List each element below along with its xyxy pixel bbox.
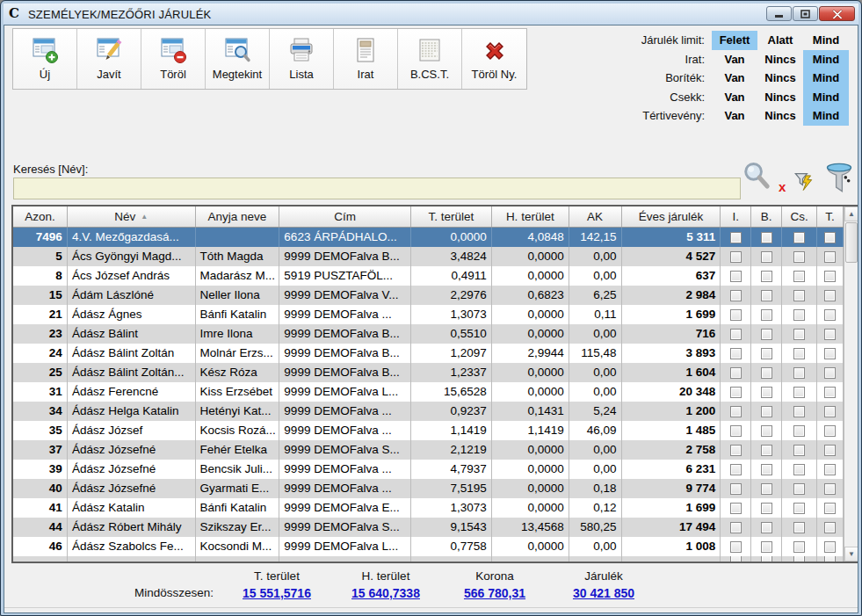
table-cell-ak[interactable]: 0,00 — [569, 363, 622, 382]
table-cell-t_ter[interactable]: 1,1419 — [411, 421, 492, 440]
row-checkbox-cs[interactable] — [782, 479, 817, 498]
row-checkbox-i[interactable] — [721, 266, 751, 286]
checkbox-icon[interactable] — [793, 271, 805, 282]
checkbox-icon[interactable] — [730, 503, 742, 514]
filter-option-nincs[interactable]: Nincs — [757, 88, 803, 107]
checkbox-icon[interactable] — [824, 232, 836, 243]
row-checkbox-b[interactable] — [751, 382, 782, 402]
toolbar-button-megtekint[interactable]: Megtekint — [206, 29, 270, 89]
table-cell-ak[interactable]: 0,00 — [569, 266, 622, 286]
table-cell-t_ter[interactable]: 0,5510 — [411, 324, 492, 344]
table-cell-cim[interactable]: 9999 DEMOFalva B... — [279, 363, 411, 382]
table-cell-cim[interactable]: 9999 DEMOFalva B... — [279, 324, 411, 344]
table-cell-azon[interactable]: 34 — [13, 402, 68, 421]
toolbar-button--j[interactable]: Új — [13, 29, 77, 89]
checkbox-icon[interactable] — [761, 556, 772, 562]
row-checkbox-b[interactable] — [751, 266, 782, 286]
row-checkbox-t[interactable] — [817, 228, 844, 247]
row-checkbox-cs[interactable] — [782, 344, 817, 363]
checkbox-icon[interactable] — [793, 309, 805, 321]
column-header-t_ter[interactable]: T. terület — [411, 207, 492, 227]
table-row[interactable]: 21Ádász ÁgnesBánfi Katalin9999 DEMOFalva… — [13, 305, 844, 324]
table-cell-nev[interactable]: Ádász Bálint Zoltán — [68, 344, 196, 363]
table-cell-anyja[interactable]: Bánfi Katalin — [196, 305, 280, 324]
table-cell-anyja[interactable]: Madarász M... — [196, 266, 280, 286]
row-checkbox-t[interactable] — [817, 402, 844, 421]
table-row[interactable]: 15Ádám LászlónéNeller Ilona9999 DEMOFalv… — [13, 286, 844, 305]
toolbar-button-t-r-l[interactable]: Töröl — [141, 29, 206, 89]
table-cell-t_ter[interactable]: 4,7937 — [411, 460, 492, 479]
table-cell-cim[interactable]: 9999 DEMOFalva E... — [279, 498, 411, 518]
table-cell-azon[interactable]: 37 — [13, 440, 68, 460]
checkbox-icon[interactable] — [824, 271, 836, 282]
table-cell-nev[interactable]: Ádász Szabolcs Fe... — [68, 537, 196, 556]
row-checkbox-b[interactable] — [751, 228, 782, 247]
checkbox-icon[interactable] — [730, 232, 742, 243]
table-row[interactable]: 41Ádász KatalinBánfi Katalin9999 DEMOFal… — [13, 498, 844, 518]
checkbox-icon[interactable] — [730, 367, 742, 379]
table-row[interactable]: 35Ádász JózsefKocsis Rozá...9999 DEMOFal… — [13, 421, 844, 440]
table-cell-ak[interactable]: 0,00 — [569, 382, 622, 402]
checkbox-icon[interactable] — [793, 232, 805, 243]
row-checkbox-t[interactable] — [817, 440, 844, 460]
table-cell-anyja[interactable]: Kocsis Rozá... — [196, 421, 280, 440]
table-cell-ak[interactable]: 0,18 — [569, 479, 622, 498]
row-checkbox-cs[interactable] — [782, 266, 817, 286]
table-cell-ak[interactable]: 115,48 — [569, 344, 622, 363]
table-cell-cim[interactable]: 9999 DEMOFalva ... — [279, 479, 411, 498]
table-cell-cim[interactable]: 9999 DEMOFalva S... — [279, 440, 411, 460]
table-cell-nev[interactable]: Ádász Helga Katalin — [68, 402, 196, 421]
checkbox-icon[interactable] — [824, 556, 836, 562]
clear-filter-icon[interactable]: x — [779, 179, 786, 194]
table-cell-nev[interactable] — [68, 556, 196, 562]
checkbox-icon[interactable] — [761, 445, 772, 456]
row-checkbox-cs[interactable] — [782, 460, 817, 479]
table-cell-t_ter[interactable]: 7,5195 — [411, 479, 492, 498]
table-cell-nev[interactable]: Ács Gyöngyi Magd... — [68, 247, 196, 266]
row-checkbox-t[interactable] — [817, 556, 844, 562]
table-cell-nev[interactable]: Ádász Józsefné — [68, 440, 196, 460]
table-cell-nev[interactable]: Ádám Lászlóné — [68, 286, 196, 305]
row-checkbox-i[interactable] — [721, 498, 751, 518]
row-checkbox-b[interactable] — [751, 421, 782, 440]
checkbox-icon[interactable] — [793, 329, 805, 340]
minimize-button[interactable] — [766, 6, 792, 21]
checkbox-icon[interactable] — [761, 309, 772, 321]
checkbox-icon[interactable] — [793, 348, 805, 359]
checkbox-icon[interactable] — [730, 541, 742, 553]
table-cell-h_ter[interactable]: 4,0848 — [492, 228, 569, 247]
checkbox-icon[interactable] — [824, 309, 836, 321]
row-checkbox-b[interactable] — [751, 460, 782, 479]
table-cell-azon[interactable]: 8 — [13, 266, 68, 286]
row-checkbox-b[interactable] — [751, 402, 782, 421]
table-cell-h_ter[interactable]: 0,0000 — [492, 324, 569, 344]
table-cell-azon[interactable]: 39 — [13, 460, 68, 479]
table-cell-azon[interactable]: 5 — [13, 247, 68, 266]
column-header-b[interactable]: B. — [751, 207, 782, 227]
table-row[interactable]: 5Ács Gyöngyi Magd...Tóth Magda9999 DEMOF… — [13, 247, 844, 266]
table-row[interactable]: 37Ádász JózsefnéFehér Etelka9999 DEMOFal… — [13, 440, 844, 460]
table-cell-t_ter[interactable] — [411, 556, 492, 562]
table-row[interactable]: 74964.V. Mezőgazdasá...6623 ÁRPÁDHALO...… — [13, 228, 844, 247]
checkbox-icon[interactable] — [730, 387, 742, 398]
table-cell-azon[interactable]: 21 — [13, 305, 68, 324]
row-checkbox-i[interactable] — [721, 324, 751, 344]
table-cell-h_ter[interactable]: 0,0000 — [492, 460, 569, 479]
toolbar-button-b-cs-t-[interactable]: B.CS.T. — [398, 29, 462, 89]
column-header-eves[interactable]: Éves járulék — [622, 207, 721, 227]
table-row[interactable]: 44Ádász Róbert MihálySzikszay Er...9999 … — [13, 518, 844, 537]
checkbox-icon[interactable] — [824, 445, 836, 456]
filter-option-mind[interactable]: Mind — [803, 88, 849, 107]
table-cell-t_ter[interactable]: 3,4824 — [411, 247, 492, 266]
table-cell-azon[interactable]: 15 — [13, 286, 68, 305]
toolbar-button-jav-t[interactable]: Javít — [77, 29, 141, 89]
row-checkbox-i[interactable] — [721, 402, 751, 421]
table-cell-t_ter[interactable]: 1,2337 — [411, 363, 492, 382]
checkbox-icon[interactable] — [761, 406, 772, 417]
row-checkbox-b[interactable] — [751, 479, 782, 498]
row-checkbox-t[interactable] — [817, 324, 844, 344]
table-cell-anyja[interactable] — [196, 228, 280, 247]
checkbox-icon[interactable] — [793, 464, 805, 475]
scroll-down-icon[interactable]: ▼ — [844, 547, 858, 562]
table-cell-nev[interactable]: Ádász Bálint Zoltán... — [68, 363, 196, 382]
